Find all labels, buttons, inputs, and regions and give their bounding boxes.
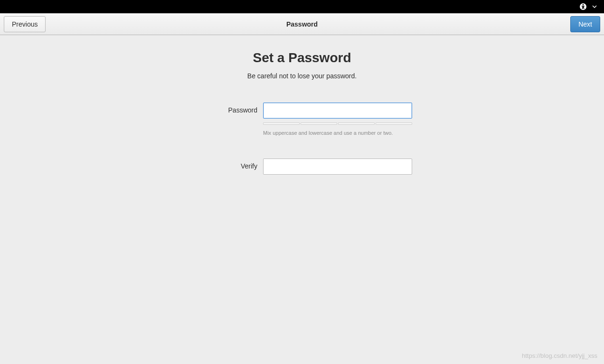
password-input[interactable] <box>263 103 412 119</box>
chevron-down-icon[interactable] <box>591 3 598 10</box>
password-row: Password Mix uppercase and lowercase and… <box>192 103 412 150</box>
page-subtitle: Be careful not to lose your password. <box>247 72 357 80</box>
top-panel <box>0 0 604 13</box>
previous-button[interactable]: Previous <box>4 16 46 32</box>
page-title: Set a Password <box>253 50 351 65</box>
accessibility-icon[interactable] <box>579 3 587 10</box>
password-hint: Mix uppercase and lowercase and use a nu… <box>263 130 412 136</box>
password-label: Password <box>192 103 263 114</box>
password-field-group: Mix uppercase and lowercase and use a nu… <box>263 103 412 150</box>
strength-segment <box>263 122 300 125</box>
strength-segment <box>338 122 375 125</box>
header-bar: Previous Password Next <box>0 13 604 35</box>
verify-row: Verify <box>192 159 412 175</box>
strength-segment <box>301 122 337 125</box>
watermark-text: https://blog.csdn.net/yjj_xss <box>522 352 597 359</box>
verify-label: Verify <box>192 159 263 170</box>
next-button[interactable]: Next <box>570 16 600 32</box>
content-area: Set a Password Be careful not to lose yo… <box>0 35 604 178</box>
verify-input[interactable] <box>263 159 412 175</box>
verify-field-group <box>263 159 412 175</box>
password-strength-meter <box>263 122 412 125</box>
header-title: Password <box>286 20 318 28</box>
strength-segment <box>376 122 412 125</box>
svg-point-1 <box>583 4 584 6</box>
